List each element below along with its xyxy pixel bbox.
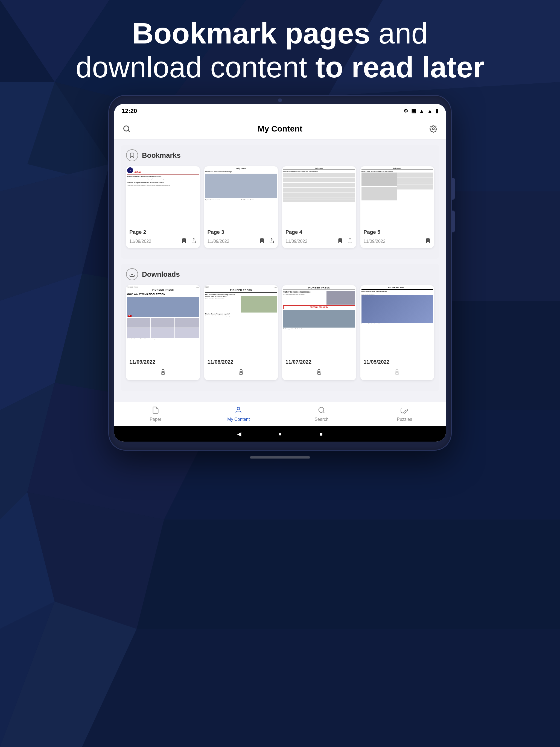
bookmark-label-4: Page 5 xyxy=(360,226,434,236)
bookmark-card-3[interactable]: daily news Control of Legislature still … xyxy=(282,166,356,248)
download-card-3[interactable]: PIONEER PRESS COP27 to discuss reparatio… xyxy=(282,285,356,380)
download-thumbnail-3: PIONEER PRESS COP27 to discuss reparatio… xyxy=(282,285,356,356)
nav-search[interactable]: Search xyxy=(280,404,363,424)
content-area: Bookmarks ● LOCAL xyxy=(114,139,446,402)
download-date-1: 11/09/2022 xyxy=(129,359,155,365)
page-title: My Content xyxy=(258,124,302,133)
bookmark-thumbnail-2: daily news Walz turns back Jensen challe… xyxy=(204,166,278,226)
bookmark-icon-4[interactable] xyxy=(425,238,431,245)
delete-icon-2[interactable] xyxy=(238,368,244,376)
nav-puzzles[interactable]: Puzzles xyxy=(363,404,446,424)
home-bar xyxy=(109,450,451,463)
bookmark-icon-2[interactable] xyxy=(259,238,265,245)
bottom-nav: Paper My Content Search xyxy=(114,402,446,426)
android-recent-btn[interactable]: ■ xyxy=(317,430,325,438)
wifi-icon: ▲ xyxy=(419,108,424,114)
bookmark-footer-2: 11/09/2022 xyxy=(204,236,278,248)
download-date-2: 11/08/2022 xyxy=(207,359,233,365)
bookmark-card-4[interactable]: daily news Craig, Kistner race too close… xyxy=(360,166,434,248)
nav-my-content-label: My Content xyxy=(227,417,250,422)
bookmark-footer-4: 11/09/2022 xyxy=(360,236,434,248)
share-icon-3[interactable] xyxy=(347,238,353,245)
downloads-grid: PIONEER PRESS daily PIONEER PRESS GOV. W… xyxy=(126,285,434,380)
download-thumbnail-4: PIONEER PRI... Working weekend for candi… xyxy=(360,285,434,356)
nav-paper[interactable]: Paper xyxy=(114,404,197,424)
delete-icon-3[interactable] xyxy=(316,368,322,376)
status-icons: ⚙ ▣ ▲ ▲ ▮ xyxy=(404,108,438,114)
downloads-header: Downloads xyxy=(126,268,434,280)
downloads-title: Downloads xyxy=(142,270,180,279)
top-bar: My Content xyxy=(114,118,446,139)
svg-line-33 xyxy=(323,412,324,413)
battery-icon: ▮ xyxy=(436,108,438,114)
bookmark-label-2: Page 3 xyxy=(204,226,278,236)
bookmarks-header: Bookmarks xyxy=(126,149,434,161)
download-date-4: 11/05/2022 xyxy=(364,359,390,365)
downloads-section: Downloads PIONEER PRESS daily xyxy=(121,264,439,391)
puzzles-nav-icon xyxy=(401,406,408,416)
share-icon-2[interactable] xyxy=(269,238,275,245)
bookmark-date-2: 11/09/2022 xyxy=(207,239,229,244)
bookmark-icon-3[interactable] xyxy=(337,238,343,245)
nav-search-label: Search xyxy=(314,417,328,422)
nav-my-content[interactable]: My Content xyxy=(197,404,280,424)
bookmark-footer-1: 11/09/2022 xyxy=(126,236,200,248)
download-card-1[interactable]: PIONEER PRESS daily PIONEER PRESS GOV. W… xyxy=(126,285,200,380)
settings-status-icon: ⚙ xyxy=(404,108,408,114)
bookmark-footer-3: 11/09/2022 xyxy=(282,236,356,248)
download-card-4[interactable]: PIONEER PRI... Working weekend for candi… xyxy=(360,285,434,380)
download-thumbnail-1: PIONEER PRESS daily PIONEER PRESS GOV. W… xyxy=(126,285,200,356)
search-button[interactable] xyxy=(122,124,131,134)
bookmark-label-1: Page 2 xyxy=(126,226,200,236)
status-bar: 12:20 ⚙ ▣ ▲ ▲ ▮ xyxy=(114,104,446,118)
my-content-nav-icon xyxy=(235,406,242,416)
bookmarks-title: Bookmarks xyxy=(142,151,181,160)
svg-point-32 xyxy=(319,407,324,413)
nav-puzzles-label: Puzzles xyxy=(397,417,412,422)
share-icon-1[interactable] xyxy=(191,238,197,245)
bookmark-date-1: 11/09/2022 xyxy=(129,239,151,244)
screenshot-icon: ▣ xyxy=(411,108,416,114)
bookmark-date-3: 11/09/2022 xyxy=(285,239,307,244)
android-back-btn[interactable]: ◀ xyxy=(235,430,243,438)
tablet-device: 12:20 ⚙ ▣ ▲ ▲ ▮ My Content xyxy=(109,96,451,463)
bookmarks-section: Bookmarks ● LOCAL xyxy=(121,145,439,259)
downloads-icon xyxy=(126,268,138,280)
svg-marker-23 xyxy=(82,629,560,747)
svg-line-25 xyxy=(128,130,129,131)
delete-icon-4[interactable] xyxy=(394,368,400,376)
svg-point-26 xyxy=(432,128,434,130)
bookmark-date-4: 11/09/2022 xyxy=(364,239,385,244)
tablet-screen: 12:20 ⚙ ▣ ▲ ▲ ▮ My Content xyxy=(114,104,446,442)
nav-paper-label: Paper xyxy=(150,417,161,422)
bookmarks-icon xyxy=(126,149,138,161)
bookmark-thumbnail-3: daily news Control of Legislature still … xyxy=(282,166,356,226)
signal-icon: ▲ xyxy=(427,108,432,114)
bookmark-card-1[interactable]: ● LOCAL Powerball delay caused by Minnes… xyxy=(126,166,200,248)
download-date-3: 11/07/2022 xyxy=(285,359,311,365)
hero-title: Bookmark pages and download content to r… xyxy=(22,17,538,84)
camera-dot xyxy=(278,98,282,102)
status-time: 12:20 xyxy=(122,107,137,114)
svg-marker-20 xyxy=(137,519,560,629)
bookmark-thumbnail-4: daily news Craig, Kistner race too close… xyxy=(360,166,434,226)
bookmark-label-3: Page 4 xyxy=(282,226,356,236)
bookmark-thumbnail-1: ● LOCAL Powerball delay caused by Minnes… xyxy=(126,166,200,226)
bookmarks-grid: ● LOCAL Powerball delay caused by Minnes… xyxy=(126,166,434,248)
bookmark-icon-1[interactable] xyxy=(181,238,187,245)
svg-point-31 xyxy=(237,407,240,410)
search-nav-icon xyxy=(318,406,325,416)
hero-section: Bookmark pages and download content to r… xyxy=(0,17,560,84)
download-card-2[interactable]: 50% daily PIONEER PRESS Momentous Electi… xyxy=(204,285,278,380)
tablet-outer-frame: 12:20 ⚙ ▣ ▲ ▲ ▮ My Content xyxy=(109,96,451,450)
settings-button[interactable] xyxy=(429,124,438,134)
home-bar-pill xyxy=(250,456,310,459)
download-thumbnail-2: 50% daily PIONEER PRESS Momentous Electi… xyxy=(204,285,278,356)
bookmark-card-2[interactable]: daily news Walz turns back Jensen challe… xyxy=(204,166,278,248)
delete-icon-1[interactable] xyxy=(160,368,166,377)
android-home-btn[interactable]: ● xyxy=(276,430,284,438)
paper-nav-icon xyxy=(152,406,159,416)
android-nav-bar: ◀ ● ■ xyxy=(114,426,446,442)
